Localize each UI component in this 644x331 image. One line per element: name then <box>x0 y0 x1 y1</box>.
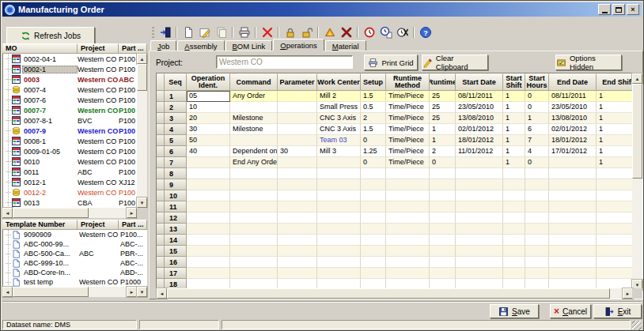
cell-start-shift[interactable] <box>503 257 525 268</box>
cell-start-date[interactable]: 18/01/2012 <box>456 135 503 146</box>
row-indicator[interactable] <box>157 124 165 135</box>
grid-horizontal-scrollbar[interactable]: ◄ ► <box>157 288 633 299</box>
cell-end-date[interactable] <box>549 246 597 257</box>
cell-operation-ident[interactable]: 05 <box>187 91 230 102</box>
cell-start-date[interactable] <box>456 213 503 224</box>
cell-start-shift[interactable]: 1 <box>503 91 525 102</box>
cell-runtime[interactable] <box>430 213 456 224</box>
cell-runtime-method[interactable] <box>386 190 430 201</box>
row-indicator[interactable] <box>157 224 165 235</box>
cell-parameter[interactable] <box>278 213 317 224</box>
cell-start-date[interactable] <box>456 268 503 279</box>
cell-work-center[interactable] <box>317 168 361 179</box>
row-indicator[interactable] <box>157 190 165 201</box>
cell-start-hours[interactable]: 1 <box>525 113 549 124</box>
cell-end-shift[interactable] <box>597 246 633 257</box>
cell-operation-ident[interactable] <box>187 190 230 201</box>
scroll-down-arrow[interactable]: ▼ <box>137 197 147 208</box>
cell-setup[interactable]: 1.5 <box>361 91 386 102</box>
row-indicator[interactable] <box>157 157 165 168</box>
cell-start-shift[interactable]: 1 <box>503 157 525 168</box>
cell-runtime-method[interactable] <box>386 257 430 268</box>
cell-command[interactable]: Milestone <box>230 113 278 124</box>
cell-runtime[interactable] <box>430 190 456 201</box>
maximize-button[interactable] <box>612 4 625 15</box>
exit-button[interactable]: Exit <box>593 304 642 318</box>
clock-copy-icon[interactable] <box>377 25 394 39</box>
mo-row[interactable]: 0013 CBA P100 <box>3 197 137 208</box>
cell-command[interactable] <box>230 179 278 190</box>
row-indicator[interactable] <box>157 146 165 157</box>
cell-parameter[interactable] <box>278 179 317 190</box>
cell-runtime-method[interactable] <box>386 179 430 190</box>
cell-work-center[interactable] <box>317 268 361 279</box>
cell-setup[interactable] <box>361 224 386 235</box>
cell-runtime-method[interactable] <box>386 224 430 235</box>
cell-start-shift[interactable] <box>503 235 525 246</box>
row-indicator[interactable] <box>157 268 165 279</box>
scroll-thumb[interactable] <box>167 288 610 299</box>
scroll-right-arrow[interactable]: ► <box>127 287 137 297</box>
column-header-work-center[interactable]: Work Center <box>317 73 361 91</box>
cell-operation-ident[interactable] <box>187 224 230 235</box>
cell-runtime-method[interactable]: Time/Piece <box>386 124 430 135</box>
mo-row[interactable]: 0003 Western CO ABC <box>3 74 137 85</box>
cell-operation-ident[interactable] <box>187 257 230 268</box>
column-header-runtime-method[interactable]: Runtime Method <box>386 73 430 91</box>
cell-runtime[interactable] <box>430 268 456 279</box>
cell-end-date[interactable] <box>549 157 597 168</box>
print-icon[interactable] <box>236 25 252 39</box>
column-header-command[interactable]: Command <box>230 73 278 91</box>
cell-start-date[interactable]: 11/01/2012 <box>456 146 503 157</box>
mo-row[interactable]: 0011 ABC P100 <box>3 167 137 177</box>
template-row[interactable]: test temp Western CO P1000 <box>3 277 147 287</box>
cell-end-date[interactable]: 13/08/2010 <box>549 113 597 124</box>
cell-runtime-method[interactable]: Time/Piece <box>386 157 430 168</box>
cell-end-date[interactable]: 17/01/2012 <box>549 146 597 157</box>
scroll-down-arrow[interactable]: ▼ <box>137 287 147 297</box>
cell-end-shift[interactable] <box>597 224 633 235</box>
cell-operation-ident[interactable] <box>187 235 230 246</box>
cell-end-shift[interactable] <box>597 235 633 246</box>
scroll-up-arrow[interactable]: ▲ <box>137 54 147 64</box>
cell-start-shift[interactable] <box>503 190 525 201</box>
cell-parameter[interactable] <box>278 190 317 201</box>
cell-runtime-method[interactable]: Time/Piece <box>386 113 430 124</box>
scroll-thumb[interactable] <box>137 64 147 91</box>
template-row[interactable]: ABC-999-10... ABC-... <box>3 258 147 268</box>
cell-seq[interactable]: 1 <box>165 91 187 102</box>
cell-parameter[interactable] <box>278 113 317 124</box>
cell-seq[interactable]: 11 <box>165 201 187 213</box>
scroll-thumb[interactable] <box>13 287 89 297</box>
cell-parameter[interactable] <box>278 157 317 168</box>
cell-start-hours[interactable] <box>525 246 549 257</box>
column-header-parameter[interactable]: Parameter <box>278 73 317 91</box>
cell-end-date[interactable] <box>549 224 597 235</box>
cell-command[interactable] <box>230 268 278 279</box>
cell-start-shift[interactable]: 1 <box>503 135 525 146</box>
cell-parameter[interactable]: 30 <box>278 146 317 157</box>
cell-work-center[interactable]: Mill 3 <box>317 146 361 157</box>
mo-row[interactable]: 0007-7 Western CO P100 <box>3 105 137 115</box>
cell-operation-ident[interactable] <box>187 201 230 213</box>
cell-end-shift[interactable] <box>597 268 633 279</box>
cell-setup[interactable]: 1.5 <box>361 124 386 135</box>
cell-work-center[interactable]: Small Press <box>317 102 361 113</box>
cell-end-shift[interactable]: 1 <box>597 91 633 102</box>
cell-runtime-method[interactable] <box>386 168 430 179</box>
cell-parameter[interactable] <box>278 235 317 246</box>
cell-runtime[interactable]: 0 <box>430 157 456 168</box>
cell-runtime-method[interactable] <box>386 235 430 246</box>
cell-setup[interactable] <box>361 168 386 179</box>
mo-column-header[interactable]: MO <box>2 43 78 54</box>
cell-start-date[interactable] <box>456 246 503 257</box>
column-header-seq[interactable]: Seq <box>165 73 187 91</box>
cell-setup[interactable] <box>361 179 386 190</box>
print-grid-button[interactable]: Print Grid <box>364 55 418 70</box>
cell-start-hours[interactable] <box>525 190 549 201</box>
cell-work-center[interactable] <box>317 257 361 268</box>
new-record-icon[interactable] <box>180 25 196 39</box>
cell-seq[interactable]: 4 <box>165 124 187 135</box>
cell-setup[interactable]: 1.25 <box>361 146 386 157</box>
cell-start-date[interactable] <box>456 157 503 168</box>
